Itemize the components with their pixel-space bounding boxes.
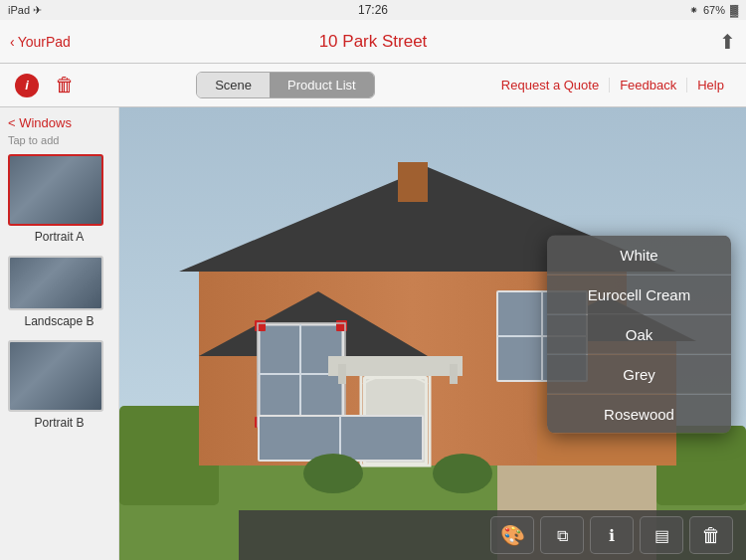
status-left: iPad ✈ [8,4,42,17]
color-option-grey[interactable]: Grey [547,354,731,394]
list-item[interactable]: Landscape B [8,256,110,328]
action-icons: i 🗑 [12,71,80,100]
list-item[interactable]: Portrait A [8,154,110,244]
status-ipad: iPad ✈ [8,4,42,17]
filmstrip-button[interactable]: ▤ [640,516,683,554]
app-name-label: YourPad [18,34,71,50]
info-toolbar-button[interactable]: ℹ [590,516,634,554]
copy-icon: ⧉ [557,526,568,545]
info-toolbar-icon: ℹ [609,526,615,545]
status-right: ⁕ 67% ▓ [689,4,738,17]
svg-point-31 [303,454,363,493]
scene-product-segment: Scene Product List [196,72,375,98]
window-label-landscape-b: Landscape B [8,314,110,328]
main-content: < Windows Tap to add Portrait A Landscap… [0,107,746,560]
color-option-oak[interactable]: Oak [547,314,731,354]
nav-title: 10 Park Street [319,32,428,52]
scene-area: White Eurocell Cream Oak Grey Rosewood 🎨… [119,107,746,560]
svg-point-32 [433,454,492,493]
battery-text: 67% [703,4,725,16]
svg-rect-29 [450,364,458,384]
nav-bar: ‹ YourPad 10 Park Street ⬆ [0,20,746,64]
list-item[interactable]: Portrait B [8,340,110,430]
status-bar: iPad ✈ 17:26 ⁕ 67% ▓ [0,0,746,20]
delete-toolbar-icon: 🗑 [701,524,721,547]
battery-icon: ▓ [730,4,738,16]
info-circle-icon: i [15,74,39,97]
palette-button[interactable]: 🎨 [490,516,534,554]
feedback-link[interactable]: Feedback [609,78,686,93]
window-label-portrait-a: Portrait A [8,230,110,244]
window-thumbnail-portrait-b [8,340,103,412]
svg-rect-9 [398,162,428,202]
help-link[interactable]: Help [686,78,734,93]
status-time: 17:26 [358,3,388,17]
back-chevron-icon: ‹ [10,34,15,50]
delete-toolbar-button[interactable]: 🗑 [689,516,733,554]
delete-button[interactable]: 🗑 [50,71,80,100]
palette-icon: 🎨 [500,523,525,547]
sidebar: < Windows Tap to add Portrait A Landscap… [0,107,119,560]
window-label-portrait-b: Portrait B [8,416,110,430]
filmstrip-icon: ▤ [654,526,669,545]
scene-tab[interactable]: Scene [197,73,270,97]
color-option-eurocell-cream[interactable]: Eurocell Cream [547,275,731,314]
tabs-bar: i 🗑 Scene Product List Request a Quote F… [0,64,746,107]
svg-rect-17 [255,320,266,331]
share-button[interactable]: ⬆ [719,30,736,54]
info-icon-label: i [25,78,29,93]
share-icon: ⬆ [719,31,736,53]
product-list-tab[interactable]: Product List [270,73,374,97]
windows-section-link[interactable]: < Windows [8,115,110,130]
trash-icon: 🗑 [55,74,75,96]
bluetooth-icon: ⁕ [689,4,698,17]
request-quote-link[interactable]: Request a Quote [491,78,609,93]
color-option-rosewood[interactable]: Rosewood [547,394,731,433]
window-thumbnail-portrait-a [8,154,103,226]
color-picker-popup: White Eurocell Cream Oak Grey Rosewood [547,235,731,433]
svg-rect-27 [328,356,463,376]
tap-to-add-label: Tap to add [8,134,110,146]
window-thumbnail-landscape-b [8,256,103,310]
color-option-white[interactable]: White [547,235,731,275]
nav-links: Request a Quote Feedback Help [491,78,734,93]
svg-rect-28 [338,364,346,384]
copy-button[interactable]: ⧉ [540,516,584,554]
back-button[interactable]: ‹ YourPad [10,34,71,50]
info-button[interactable]: i [12,71,42,100]
bottom-toolbar: 🎨 ⧉ ℹ ▤ 🗑 [239,510,746,560]
